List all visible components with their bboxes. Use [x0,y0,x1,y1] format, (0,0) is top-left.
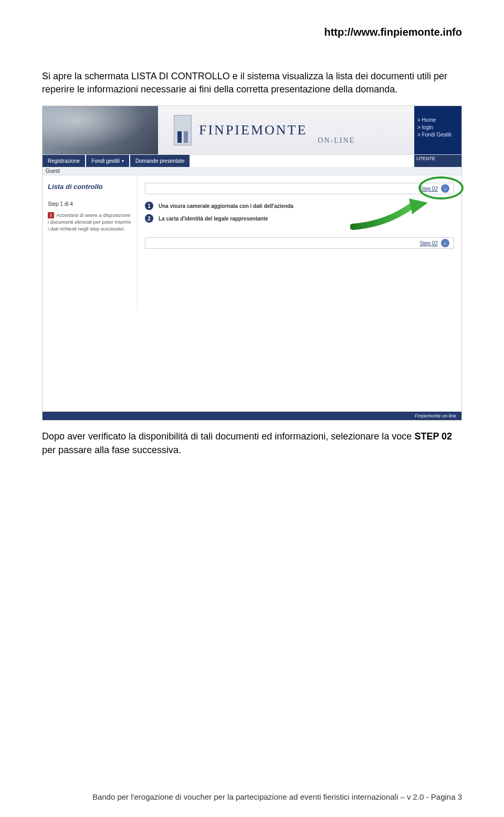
app-footer: Finpiemonte on-line [43,412,461,420]
sidebar-note: !Accertarsi di avere a disposizione i do… [48,212,132,232]
checklist-text: Una visura camerale aggiornata con i dat… [159,203,293,209]
nav-login-link[interactable]: > login [417,124,458,131]
nav-home-link[interactable]: > Home [417,117,458,124]
user-label: UTENTE [416,156,435,161]
step-next-icon[interactable]: › [441,184,449,193]
checklist-item-2: 2 La carta d'identità del legale rappres… [145,214,454,223]
after-prefix: Dopo aver verificato la disponibilità di… [42,431,414,442]
menu-registrazione[interactable]: Registrazione [43,155,85,167]
checklist-number-icon: 1 [145,202,153,210]
document-footer: Bando per l'erogazione di voucher per la… [42,792,462,801]
after-suffix: per passare alla fase successiva. [42,445,181,455]
menu-bar: Registrazione Fondi gestiti Domande pres… [43,154,461,167]
main-panel: Step 02 › 1 Una visura camerale aggiorna… [137,175,461,312]
nav-fondi-link[interactable]: > Fondi Gestiti [417,131,458,139]
checklist-item-1: 1 Una visura camerale aggiornata con i d… [145,202,454,210]
logo-area: FINPIEMONTE ON-LINE [158,106,414,154]
sidebar-title: Lista di controllo [48,183,132,191]
sidebar-note-text: Accertarsi di avere a disposizione i doc… [48,212,131,232]
sidebar: Lista di controllo Step 1 di 4 !Accertar… [43,175,137,312]
step-label: Step 02 [420,240,438,246]
header-rightnav: > Home > login > Fondi Gestiti [414,106,461,154]
step-bar-bottom[interactable]: Step 02 › [145,237,454,249]
sidebar-step-label: Step 1 di 4 [48,201,132,207]
brand-suffix: ON-LINE [318,137,355,154]
app-body: Lista di controllo Step 1 di 4 !Accertar… [43,175,461,312]
menu-fondi-gestiti[interactable]: Fondi gestiti [86,155,129,167]
app-screenshot: FINPIEMONTE ON-LINE > Home > login > Fon… [42,106,462,421]
green-arrow-icon [350,195,429,232]
user-box: UTENTE [414,155,461,167]
page-header-url: http://www.finpiemonte.info [42,26,462,38]
guest-bar: Guest [43,167,461,175]
warning-icon: ! [48,212,54,218]
step-next-icon[interactable]: › [441,239,449,247]
app-header: FINPIEMONTE ON-LINE > Home > login > Fon… [43,106,461,154]
intro-paragraph: Si apre la schermata LISTA DI CONTROLLO … [42,70,462,96]
guest-name: Guest [46,168,60,174]
step-bar-top[interactable]: Step 02 › [145,183,454,194]
checklist-text: La carta d'identità del legale rappresen… [159,216,268,222]
header-photo [43,106,158,154]
checklist-number-icon: 2 [145,214,153,223]
menu-domande-presentate[interactable]: Domande presentate [130,155,190,167]
logo-icon [174,115,192,145]
after-paragraph: Dopo aver verificato la disponibilità di… [42,430,462,456]
brand-text: FINPIEMONTE [199,122,307,138]
step-label: Step 02 [420,186,438,192]
after-bold: STEP 02 [414,431,452,442]
